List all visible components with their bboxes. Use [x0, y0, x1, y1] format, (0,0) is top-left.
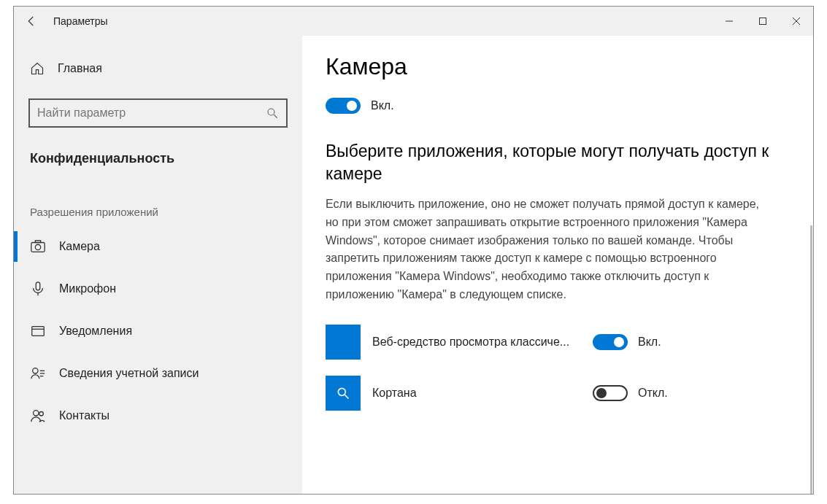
account-info-icon [30, 365, 46, 381]
app-toggle-web-viewer[interactable] [593, 334, 628, 350]
app-name: Веб-средство просмотра классиче... [371, 336, 582, 349]
sidebar-item-microphone[interactable]: Микрофон [14, 268, 302, 310]
svg-point-16 [39, 412, 44, 416]
home-icon [30, 61, 45, 76]
svg-line-18 [345, 395, 349, 398]
sidebar: Главная Конфиденциальность Разрешения пр… [14, 36, 302, 494]
maximize-icon [758, 17, 767, 26]
apps-description: Если выключить приложение, оно не сможет… [326, 195, 763, 304]
app-toggle-cortana[interactable] [593, 385, 628, 401]
subsection-app-permissions: Разрешения приложений [14, 177, 302, 225]
svg-line-3 [274, 115, 277, 118]
cortana-search-icon [336, 386, 350, 400]
app-icon-cortana [326, 376, 361, 411]
app-icon-web-viewer [326, 325, 361, 360]
sidebar-item-account-info[interactable]: Сведения учетной записи [14, 352, 302, 395]
master-toggle-row: Вкл. [326, 98, 784, 114]
svg-point-11 [33, 368, 38, 373]
home-label: Главная [58, 62, 102, 75]
home-nav[interactable]: Главная [14, 50, 302, 87]
apps-subheading: Выберите приложения, которые могут получ… [326, 140, 784, 185]
svg-rect-1 [760, 18, 766, 25]
sidebar-item-label: Сведения учетной записи [59, 367, 199, 380]
maximize-button[interactable] [746, 7, 780, 36]
search-icon [266, 106, 279, 120]
section-privacy: Конфиденциальность [14, 141, 302, 177]
window-body: Главная Конфиденциальность Разрешения пр… [14, 36, 813, 494]
camera-icon [30, 239, 46, 255]
master-toggle[interactable] [326, 98, 361, 114]
app-toggle-state: Откл. [638, 387, 668, 400]
app-row-cortana: Кортана Откл. [326, 373, 784, 414]
master-toggle-state: Вкл. [371, 99, 394, 112]
contacts-icon [30, 408, 46, 424]
app-row-web-viewer: Веб-средство просмотра классиче... Вкл. [326, 322, 784, 363]
search-input[interactable] [37, 106, 266, 120]
close-button[interactable] [780, 7, 813, 36]
svg-point-17 [338, 388, 345, 395]
minimize-icon [725, 17, 734, 26]
sidebar-item-notifications[interactable]: Уведомления [14, 310, 302, 352]
svg-rect-7 [36, 282, 40, 290]
window-title: Параметры [49, 15, 108, 27]
back-button[interactable] [14, 7, 49, 36]
microphone-icon [30, 281, 46, 297]
window-controls [712, 7, 813, 36]
app-name: Кортана [371, 387, 582, 400]
scrollbar[interactable] [810, 225, 812, 494]
svg-rect-9 [32, 327, 45, 336]
sidebar-item-label: Уведомления [59, 325, 132, 338]
svg-point-2 [268, 109, 274, 115]
svg-rect-4 [31, 243, 45, 252]
sidebar-item-label: Микрофон [59, 282, 116, 295]
search-box[interactable] [28, 98, 288, 128]
sidebar-item-contacts[interactable]: Контакты [14, 395, 302, 437]
sidebar-item-label: Контакты [59, 409, 109, 422]
app-toggle-state: Вкл. [638, 336, 661, 349]
svg-point-5 [35, 244, 40, 249]
arrow-left-icon [25, 15, 38, 28]
minimize-button[interactable] [712, 7, 746, 36]
svg-point-15 [34, 411, 39, 416]
svg-rect-6 [35, 241, 40, 243]
settings-window: Параметры Главная Конфиденциальность [13, 6, 814, 495]
titlebar: Параметры [14, 7, 813, 36]
sidebar-item-label: Камера [59, 240, 100, 253]
notifications-icon [30, 323, 46, 339]
page-title: Камера [326, 53, 784, 80]
close-icon [792, 17, 801, 26]
content-area: Камера Вкл. Выберите приложения, которые… [302, 36, 813, 494]
sidebar-item-camera[interactable]: Камера [14, 225, 302, 268]
